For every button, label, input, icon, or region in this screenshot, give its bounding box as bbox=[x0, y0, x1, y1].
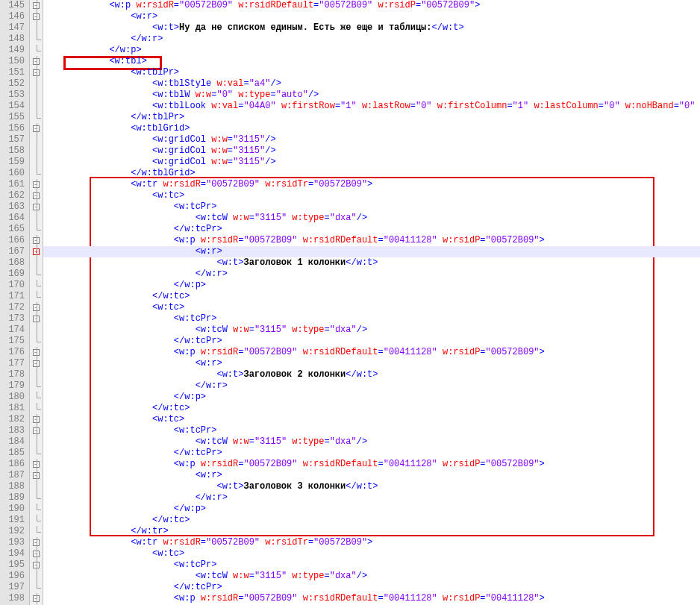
code-line[interactable]: <w:r> bbox=[43, 246, 700, 257]
code-line[interactable]: <w:r> bbox=[43, 470, 700, 481]
code-line[interactable]: <w:tbl> bbox=[43, 56, 700, 67]
code-line[interactable]: <w:tc> bbox=[43, 414, 700, 425]
token-tag: </w:t> bbox=[346, 481, 378, 492]
fold-marker[interactable]: − bbox=[30, 201, 43, 213]
line-number: 157 bbox=[3, 134, 25, 145]
code-line[interactable]: <w:tcPr> bbox=[43, 559, 700, 571]
code-line[interactable]: </w:tcPr> bbox=[43, 448, 700, 459]
fold-marker[interactable]: − bbox=[30, 56, 43, 67]
token-tag: /> bbox=[357, 325, 367, 335]
token-attr: w:w bbox=[211, 157, 228, 167]
code-line[interactable]: <w:tcPr> bbox=[43, 201, 700, 213]
code-line[interactable]: </w:tblPr> bbox=[43, 112, 700, 123]
code-line[interactable]: <w:t>Заголовок 3 колонки</w:t> bbox=[43, 481, 700, 492]
code-line[interactable]: </w:p> bbox=[43, 280, 700, 291]
line-number: 192 bbox=[3, 526, 25, 537]
code-line[interactable]: </w:p> bbox=[43, 392, 700, 403]
token-tag bbox=[432, 101, 437, 111]
fold-marker[interactable]: − bbox=[30, 235, 43, 246]
line-number: 188 bbox=[3, 481, 25, 492]
code-line[interactable]: <w:gridCol w:w="3115"/> bbox=[43, 145, 700, 157]
code-line[interactable]: <w:tblW w:w="0" w:type="auto"/> bbox=[43, 90, 700, 101]
token-tag: <w:p bbox=[174, 235, 201, 245]
token-tag: </w:t> bbox=[432, 22, 464, 33]
code-lines[interactable]: <w:p w:rsidR="00572B09" w:rsidRDefault="… bbox=[43, 0, 700, 605]
token-attr: w:val bbox=[211, 101, 238, 111]
token-tag: <w:tc> bbox=[152, 414, 184, 424]
code-line[interactable]: <w:t>Заголовок 2 колонки</w:t> bbox=[43, 369, 700, 380]
code-line[interactable]: <w:p w:rsidR="00572B09" w:rsidRDefault="… bbox=[43, 459, 700, 470]
token-tag: <w:tcPr> bbox=[174, 201, 217, 212]
fold-marker[interactable]: − bbox=[30, 347, 43, 358]
code-line[interactable]: </w:r> bbox=[43, 34, 700, 45]
token-tag: <w:r> bbox=[196, 470, 222, 480]
fold-marker[interactable]: − bbox=[30, 67, 43, 78]
token-tag bbox=[695, 101, 700, 111]
code-line[interactable]: <w:tr w:rsidR="00572B09" w:rsidTr="00572… bbox=[43, 537, 700, 548]
code-line[interactable]: <w:tc> bbox=[43, 548, 700, 559]
code-line[interactable]: </w:tcPr> bbox=[43, 224, 700, 235]
code-line[interactable]: </w:tc> bbox=[43, 515, 700, 526]
code-line[interactable]: <w:tc> bbox=[43, 190, 700, 201]
fold-marker[interactable]: − bbox=[30, 358, 43, 369]
code-line[interactable]: </w:r> bbox=[43, 380, 700, 392]
code-line[interactable]: <w:gridCol w:w="3115"/> bbox=[43, 157, 700, 168]
code-line[interactable]: <w:tcW w:w="3115" w:type="dxa"/> bbox=[43, 325, 700, 336]
code-line[interactable]: <w:tcPr> bbox=[43, 425, 700, 436]
code-line[interactable]: </w:r> bbox=[43, 269, 700, 280]
code-line[interactable]: </w:tblGrid> bbox=[43, 168, 700, 179]
fold-marker[interactable]: − bbox=[30, 459, 43, 470]
code-line[interactable]: </w:p> bbox=[43, 504, 700, 515]
code-line[interactable]: <w:tr w:rsidR="00572B09" w:rsidTr="00572… bbox=[43, 179, 700, 190]
fold-marker[interactable]: − bbox=[30, 548, 43, 559]
fold-marker[interactable]: − bbox=[30, 537, 43, 548]
code-line[interactable]: <w:p w:rsidR="00572B09" w:rsidRDefault="… bbox=[43, 593, 700, 604]
fold-marker[interactable]: − bbox=[30, 123, 43, 134]
fold-marker[interactable]: − bbox=[30, 0, 43, 11]
code-line[interactable]: <w:tcW w:w="3115" w:type="dxa"/> bbox=[43, 213, 700, 224]
code-line[interactable]: <w:tcW w:w="3115" w:type="dxa"/> bbox=[43, 571, 700, 582]
code-line[interactable]: </w:p> bbox=[43, 45, 700, 56]
code-line[interactable]: <w:gridCol w:w="3115"/> bbox=[43, 134, 700, 145]
token-attr: w:val bbox=[216, 78, 243, 89]
code-line[interactable]: <w:tcW w:w="3115" w:type="dxa"/> bbox=[43, 436, 700, 448]
code-line[interactable]: </w:r> bbox=[43, 492, 700, 504]
code-line[interactable]: <w:tblPr> bbox=[43, 67, 700, 78]
code-line[interactable]: </w:tc> bbox=[43, 403, 700, 414]
code-line[interactable]: <w:tblStyle w:val="a4"/> bbox=[43, 78, 700, 90]
token-tag: = bbox=[308, 537, 313, 548]
token-tag: = bbox=[410, 101, 416, 111]
fold-marker[interactable]: − bbox=[30, 313, 43, 325]
fold-marker[interactable]: − bbox=[30, 179, 43, 190]
code-line[interactable]: <w:t>Заголовок 1 колонки</w:t> bbox=[43, 257, 700, 269]
code-line[interactable]: </w:tr> bbox=[43, 526, 700, 537]
code-line[interactable]: <w:tblLook w:val="04A0" w:firstRow="1" w… bbox=[43, 101, 700, 112]
code-line[interactable]: <w:tc> bbox=[43, 302, 700, 313]
token-attr: w:rsidP bbox=[378, 0, 416, 10]
token-tag: = bbox=[378, 235, 384, 245]
fold-marker[interactable]: − bbox=[30, 470, 43, 481]
code-line[interactable]: <w:p w:rsidR="00572B09" w:rsidRDefault="… bbox=[43, 347, 700, 358]
code-line[interactable]: </w:tcPr> bbox=[43, 582, 700, 593]
code-line[interactable]: <w:tblGrid> bbox=[43, 123, 700, 134]
code-line[interactable]: <w:t>Ну да не списком единым. Есть же ещ… bbox=[43, 22, 700, 34]
code-line[interactable]: <w:r> bbox=[43, 11, 700, 22]
token-tag: /> bbox=[265, 145, 275, 156]
fold-marker[interactable]: − bbox=[30, 593, 43, 604]
code-line[interactable]: <w:tcPr> bbox=[43, 313, 700, 325]
code-line[interactable]: <w:p w:rsidR="00572B09" w:rsidRDefault="… bbox=[43, 235, 700, 246]
fold-marker[interactable]: + bbox=[30, 246, 43, 257]
code-line[interactable]: </w:tcPr> bbox=[43, 336, 700, 347]
token-tag bbox=[620, 101, 625, 111]
fold-marker[interactable]: − bbox=[30, 414, 43, 425]
code-line[interactable]: <w:r> bbox=[43, 358, 700, 369]
fold-marker[interactable]: − bbox=[30, 425, 43, 436]
code-line[interactable]: <w:p w:rsidR="00572B09" w:rsidRDefault="… bbox=[43, 0, 700, 11]
fold-marker[interactable]: − bbox=[30, 302, 43, 313]
token-val: "00572B09" bbox=[486, 347, 540, 357]
fold-marker[interactable]: − bbox=[30, 11, 43, 22]
fold-marker bbox=[30, 269, 43, 280]
fold-marker[interactable]: − bbox=[30, 190, 43, 201]
code-line[interactable]: </w:tc> bbox=[43, 291, 700, 302]
fold-marker[interactable]: − bbox=[30, 559, 43, 571]
